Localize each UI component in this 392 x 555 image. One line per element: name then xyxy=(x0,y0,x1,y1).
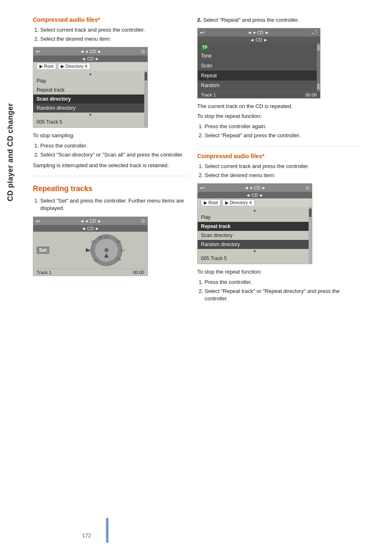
repeat-speaker-icon: 🔊 xyxy=(311,30,318,35)
disc-visualization: 05 06 07 08 04 03 02 01 xyxy=(78,234,135,267)
screen3-menu-play: Play xyxy=(198,213,312,222)
screen3-root-tag: ▶ Root xyxy=(201,199,221,206)
disc-screen: ↩ ◄ ● CD ► ⊙ ◄ CD ► Set 05 06 07 08 xyxy=(33,216,148,276)
screen1-root-tag: ▶ Root xyxy=(37,63,56,70)
repeat-menu-repeat: Repeat xyxy=(198,71,320,81)
repeat-menu-tone: Tone xyxy=(198,51,320,61)
repeat-note1: The current track on the CD is repeated. xyxy=(197,103,362,110)
screen1-topbar1: ◄ ● CD ► xyxy=(80,49,101,54)
screen1-nav: ▶ Root ▶ Directory 4 xyxy=(33,62,148,71)
svg-text:03: 03 xyxy=(91,240,95,244)
repeat-stop-label: To stop the repeat function: xyxy=(197,113,362,120)
left-column: Compressed audio files* Select current t… xyxy=(33,16,189,306)
section3-stop-steps: Press the controller. Select "Repeat tra… xyxy=(197,279,362,303)
screen1-topbar2: ◄ CD ► xyxy=(81,56,99,61)
screen1-dir-tag: ▶ Directory 4 xyxy=(58,63,90,70)
screen3-menu: ▲ Play Repeat track Scan directory Rando… xyxy=(198,207,312,264)
section2-step1: Select "Set" and press the controller. F… xyxy=(40,197,189,212)
stop-sampling-intro: To stop sampling: xyxy=(33,132,189,139)
screen3-back-icon: ↩ xyxy=(200,184,205,191)
scroll-up: ▲ xyxy=(33,71,148,76)
disc-topbar1: ◄ ● CD ► xyxy=(80,219,101,223)
section3-steps: Select current track and press the contr… xyxy=(197,163,362,179)
svg-text:01: 01 xyxy=(94,258,98,263)
disc-area: Set 05 06 07 08 04 03 02 01 xyxy=(33,232,148,269)
screen3-menu-track5: 005 Track 5 xyxy=(198,254,312,263)
page-number-text: 172 xyxy=(82,532,91,539)
section1-steps: Select current track and press the contr… xyxy=(33,26,189,43)
section3-step2: Select the desired menu item: xyxy=(205,172,362,179)
stop-sampling-note: Sampling is interrupted and the selected… xyxy=(33,162,189,169)
sidebar-label: CD player and CD changer xyxy=(0,33,21,271)
svg-text:06: 06 xyxy=(117,240,121,244)
repeat-stop-step1: Press the controller again. xyxy=(205,123,362,130)
bookmark-tab xyxy=(106,518,108,543)
screen3-nav: ▶ Root ▶ Directory 4 xyxy=(198,198,312,207)
sidebar-label-text: CD player and CD changer xyxy=(7,103,15,201)
step2-right: 2. Select "Repeat" and press the control… xyxy=(197,16,362,24)
scroll-down: ▼ xyxy=(33,113,148,117)
section3-stop-step2: Select "Repeat track" or "Repeat directo… xyxy=(205,288,362,302)
scan-directory-screen: ↩ ◄ ● CD ► ⊙ ◄ CD ► ▶ Root ▶ Directory 4… xyxy=(33,47,148,128)
screen1-settings-icon: ⊙ xyxy=(141,48,145,54)
screen3-menu-scan-directory: Scan directory xyxy=(198,231,312,240)
screen3-menu-random-directory: Random directory xyxy=(198,240,312,249)
menu-repeat-track: Repeat track xyxy=(33,85,148,94)
stop-step2: Select "Scan directory" or "Scan all" an… xyxy=(40,151,189,159)
section1-step1: Select current track and press the contr… xyxy=(40,26,189,34)
set-label: Set xyxy=(37,246,49,254)
svg-text:07: 07 xyxy=(121,249,125,253)
tp-badge: TP xyxy=(201,45,209,50)
disc-time-label: 00:00 xyxy=(133,270,144,275)
section1-title: Compressed audio files* xyxy=(33,16,189,23)
screen1-back-icon: ↩ xyxy=(36,48,41,55)
screen3-topbar1: ◄ ● CD ► xyxy=(244,185,266,190)
svg-point-2 xyxy=(104,248,108,252)
screen3-scroll-up: ▲ xyxy=(198,208,312,213)
repeat-back-icon: ↩ xyxy=(200,29,205,36)
repeat-topbar2: ◄ CD ► xyxy=(250,37,268,42)
menu-play: Play xyxy=(33,76,148,85)
repeat-time-label: 00:00 xyxy=(305,92,317,97)
repeat-menu-random: Random xyxy=(198,81,320,90)
stop-sampling-steps: Press the controller. Select "Scan direc… xyxy=(33,142,189,159)
screen3-topbar2: ◄ CD ► xyxy=(246,193,264,198)
stop-step1: Press the controller. xyxy=(40,142,189,150)
repeat-track-label: Track 1 xyxy=(201,92,216,97)
page-number: 172 xyxy=(82,532,91,539)
disc-track-label: Track 1 xyxy=(37,270,51,275)
section2-title: Repeating tracks xyxy=(33,184,189,193)
section2-steps: Select "Set" and press the controller. F… xyxy=(33,197,189,212)
repeat-track-screen: ↩ ◄ ● CD ► ⊙ ◄ CD ► ▶ Root ▶ Directory 4… xyxy=(197,183,312,264)
repeat-stop-step2: Select "Repeat" and press the controller… xyxy=(205,132,362,139)
screen1-menu: ▲ Play Repeat track Scan directory Rando… xyxy=(33,71,148,127)
disc-settings-icon: ⊙ xyxy=(141,218,145,224)
repeat-topbar1: ◄ ● CD ► xyxy=(247,30,269,35)
section3-stop-label: To stop the repeat function: xyxy=(197,268,362,276)
disc-back-icon: ↩ xyxy=(36,218,41,224)
repeat-screen: ↩ ◄ ● CD ► 🔊 ◄ CD ► TP Tone Scan Repeat … xyxy=(197,28,321,99)
section1-step2: Select the desired menu item: xyxy=(40,35,189,43)
repeat-stop-steps: Press the controller again. Select "Repe… xyxy=(197,123,362,139)
svg-text:05: 05 xyxy=(104,235,108,240)
screen3-scroll-down: ▼ xyxy=(198,249,312,254)
menu-scan-directory: Scan directory xyxy=(33,94,148,104)
disc-topbar2: ◄ CD ► xyxy=(81,226,99,231)
svg-text:08: 08 xyxy=(117,258,121,262)
section3-title: Compressed audio files* xyxy=(197,153,362,159)
menu-track5: 005 Track 5 xyxy=(33,117,148,127)
right-column: 2. Select "Repeat" and press the control… xyxy=(197,16,362,306)
screen3-menu-repeat-track: Repeat track xyxy=(198,222,312,231)
svg-text:04: 04 xyxy=(98,235,102,240)
menu-random-directory: Random directory xyxy=(33,104,148,113)
screen3-dir-tag: ▶ Directory 4 xyxy=(222,199,254,206)
section3-stop-step1: Press the controller. xyxy=(205,279,362,286)
screen3-settings-icon: ⊙ xyxy=(305,185,309,191)
repeat-menu-scan: Scan xyxy=(198,61,320,71)
step2-right-text: Select "Repeat" and press the controller… xyxy=(203,17,299,23)
section3-step1: Select current track and press the contr… xyxy=(205,163,362,170)
